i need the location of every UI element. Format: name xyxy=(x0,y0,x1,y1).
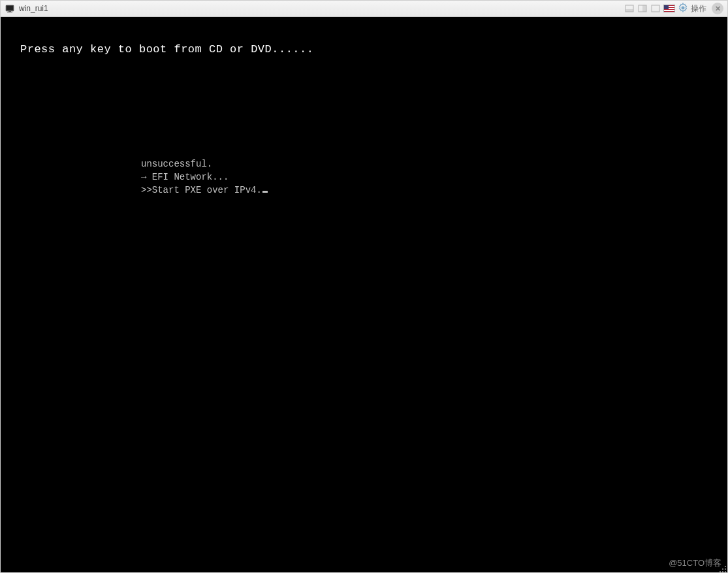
vm-console-window: win_rui1 xyxy=(0,0,728,573)
svg-rect-2 xyxy=(8,11,11,12)
window-control-icon-2[interactable] xyxy=(637,4,648,13)
cursor-icon xyxy=(262,191,268,193)
boot-status-block: unsuccessful. → EFI Network... >>Start P… xyxy=(141,157,268,197)
svg-point-13 xyxy=(722,571,723,572)
watermark-text: @51CTO博客 xyxy=(669,557,721,569)
boot-prompt-text: Press any key to boot from CD or DVD....… xyxy=(20,43,313,56)
window-control-icon-3[interactable] xyxy=(650,4,661,13)
status-line-3: >>Start PXE over IPv4. xyxy=(141,185,262,195)
status-line-2: → EFI Network... xyxy=(141,172,229,182)
status-line-1: unsuccessful. xyxy=(141,159,212,169)
titlebar: win_rui1 xyxy=(1,1,727,17)
svg-point-9 xyxy=(725,566,726,567)
console-viewport[interactable]: Press any key to boot from CD or DVD....… xyxy=(1,17,727,572)
window-title: win_rui1 xyxy=(19,4,48,13)
svg-point-10 xyxy=(722,568,723,570)
action-menu-label[interactable]: 操作 xyxy=(691,3,706,14)
svg-point-12 xyxy=(720,571,721,572)
svg-point-11 xyxy=(725,568,726,570)
svg-rect-5 xyxy=(625,9,633,12)
close-icon[interactable]: ✕ xyxy=(712,3,723,14)
titlebar-controls: 操作 ✕ xyxy=(624,3,723,15)
window-control-icon-1[interactable] xyxy=(624,4,635,13)
app-icon xyxy=(5,3,15,14)
svg-rect-8 xyxy=(652,5,659,12)
resize-grip-icon[interactable] xyxy=(719,564,727,572)
svg-rect-7 xyxy=(642,5,646,12)
gear-icon[interactable] xyxy=(678,3,688,15)
us-flag-icon[interactable] xyxy=(663,5,675,12)
svg-rect-1 xyxy=(7,6,13,10)
svg-rect-3 xyxy=(7,12,12,12)
svg-point-14 xyxy=(725,571,726,572)
